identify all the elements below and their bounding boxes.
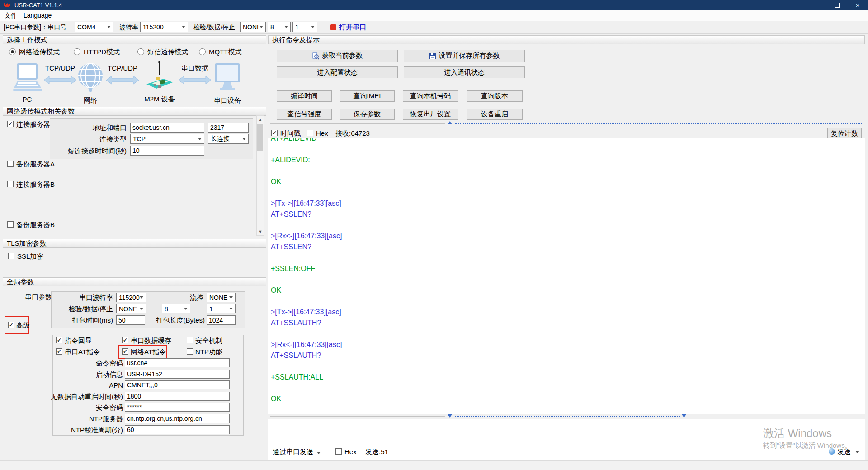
log-line: >[Tx->][16:47:33][asc] [268,198,865,209]
timestamp-checkbox[interactable] [271,130,278,136]
log-line: AT+SSLAUTH? [268,318,865,328]
enter-config-button[interactable]: 进入配置状态 [277,66,398,78]
chevron-down-icon [284,26,288,28]
boot-info-input[interactable] [125,370,230,379]
window-bottom-strip [0,460,868,470]
ntp-period-input[interactable] [125,425,230,434]
packlen-label: 打包长度(Bytes) [144,316,205,325]
scroll-up-icon[interactable]: ▲ [257,116,264,123]
net-at-checkbox[interactable] [122,348,128,355]
radio-mqtt[interactable] [199,48,206,55]
enter-comm-button[interactable]: 进入通讯状态 [404,66,525,78]
radio-net-transparent[interactable] [9,48,16,55]
save-params-button[interactable]: 保存参数 [340,109,395,120]
echo-checkbox[interactable] [56,337,62,343]
query-signal-button[interactable]: 查信号强度 [277,109,332,120]
set-save-params-button[interactable]: 设置并保存所有参数 [404,50,525,62]
chevron-down-icon [311,26,315,28]
reset-count-button[interactable]: 复位计数 [827,128,862,139]
packtime-label: 打包时间(ms) [61,316,113,325]
packtime-input[interactable] [116,315,145,325]
gbaud-select[interactable]: 115200 [116,293,146,302]
log-line [268,187,865,198]
serial-at-checkbox[interactable] [56,348,62,355]
query-version-button[interactable]: 查询版本 [467,90,523,102]
device-restart-button[interactable]: 设备重启 [467,109,523,120]
apn-input[interactable] [125,380,230,389]
baud-select[interactable]: 115200 [140,22,188,32]
gparity-select[interactable]: NONE [116,304,146,313]
backup-a-checkbox[interactable] [7,161,14,167]
chevron-down-icon[interactable] [855,451,859,453]
chevron-down-icon [140,296,143,299]
query-number-button[interactable]: 查询本机号码 [403,90,458,102]
log-line: OK [268,394,865,404]
splitter-collapse-down-icon[interactable] [448,414,452,418]
compile-time-button[interactable]: 编译时间 [277,90,332,102]
cmd-password-input[interactable] [125,358,230,367]
server-b-checkbox[interactable] [7,181,14,187]
security-checkbox[interactable] [187,337,193,343]
conn-type-select[interactable]: TCP [130,134,204,144]
splitter-handle-bottom[interactable] [455,416,680,417]
splitter-handle[interactable] [455,123,863,124]
gpds-label: 检验/数据/停止 [57,305,113,313]
splitter-collapse-up-icon[interactable] [448,121,452,124]
server-port-input[interactable] [208,123,249,133]
close-button[interactable]: × [847,0,868,10]
ntp-period-label: NTP校准周期(分) [45,426,123,435]
radio-mqtt-label: MQTT模式 [209,48,242,56]
scroll-down-icon[interactable]: ▼ [257,228,264,235]
scrollbar-thumb[interactable] [257,124,263,151]
menu-file[interactable]: 文件 [5,12,17,20]
get-params-button[interactable]: 获取当前参数 [277,50,398,62]
flow-select[interactable]: NONE [207,293,236,302]
ntp-server-input[interactable] [125,414,230,423]
server-a-checkbox[interactable] [7,121,14,127]
maximize-button[interactable] [826,0,847,10]
short-timeout-input[interactable] [130,146,204,156]
ssl-checkbox[interactable] [8,253,14,259]
stopbits-select[interactable]: 1 [292,22,317,32]
radio-httpd[interactable] [74,48,80,55]
keepalive-select[interactable]: 长连接 [208,134,249,144]
backup-b-checkbox[interactable] [7,221,14,228]
serial-monitor-icon [214,63,241,92]
serial-toolbar: [PC串口参数]：串口号 COM4 波特率 115200 检验/数据/停止 NO… [0,21,868,34]
serial-cache-checkbox[interactable] [122,337,128,343]
security-password-input[interactable] [125,403,230,412]
link-label-serialdata: 串口数据 [178,64,212,72]
parity-select[interactable]: NONI [240,22,266,32]
open-port-button[interactable]: 打开串口 [339,23,366,32]
app-logo-icon [4,2,11,8]
ntp-checkbox[interactable] [187,348,193,355]
send-via-serial-button[interactable]: 通过串口发送 [273,448,321,456]
log-line: OK [268,285,865,296]
advanced-checkbox[interactable] [8,322,14,328]
hex-tx-checkbox[interactable] [335,448,342,455]
hex-rx-checkbox[interactable] [307,130,313,136]
parity-data-stop-label: 检验/数据/停止 [193,24,235,31]
log-line [268,361,865,372]
hex-tx-label: Hex [344,448,357,456]
menu-language[interactable]: Language [24,12,52,19]
server-addr-input[interactable] [130,123,204,133]
databits-select[interactable]: 8 [268,22,291,32]
packlen-input[interactable] [207,315,236,325]
gstopbits-select[interactable]: 1 [207,304,236,313]
com-port-select[interactable]: COM4 [75,22,113,32]
minimize-button[interactable] [806,0,826,10]
log-line: +ALIDEVID: [268,155,865,166]
conn-type-label: 连接类型 [59,135,127,144]
server-a-label: 连接服务器A [16,120,55,128]
splitter-collapse-down2-icon[interactable] [682,414,686,418]
log-area[interactable]: AT+ALIDEVID+ALIDEVID:OK>[Tx->][16:47:33]… [268,138,865,414]
activate-windows-watermark-line2: 转到"设置"以激活 Windows。 [763,442,852,450]
factory-reset-button[interactable]: 恢复出厂设置 [403,109,458,120]
query-imei-button[interactable]: 查询IMEI [340,90,395,102]
log-line [268,383,865,394]
auto-restart-input[interactable] [125,392,230,401]
radio-sms[interactable] [137,48,144,55]
gdatabits-select[interactable]: 8 [162,304,190,313]
title-bar: USR-CAT1 V1.1.4 × [0,0,868,10]
